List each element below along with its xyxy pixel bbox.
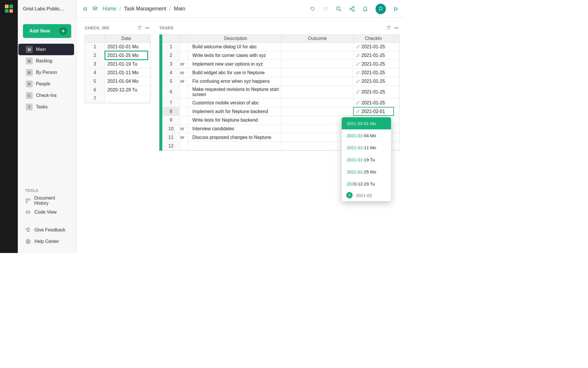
table-row[interactable]: 7Customize mobile version of abc2021-01-… xyxy=(163,99,399,107)
breadcrumb-doc[interactable]: Task Management xyxy=(124,6,166,12)
outcome-cell[interactable] xyxy=(282,107,353,116)
description-cell[interactable]: Build welcome dialog UI for abc xyxy=(188,43,282,51)
outcome-cell[interactable] xyxy=(282,60,353,68)
table-row[interactable]: 5erFix confusing error when xyz happens2… xyxy=(163,77,399,86)
checkin-cell[interactable]: 2021-01-25 xyxy=(353,60,394,68)
who-cell[interactable] xyxy=(180,107,188,116)
date-cell[interactable] xyxy=(105,94,148,103)
outcome-cell[interactable] xyxy=(282,68,353,77)
row-number[interactable]: 1 xyxy=(163,43,180,51)
date-cell[interactable]: 2021-01-11 Mo xyxy=(105,68,148,77)
table-row[interactable]: 42021-01-11 Mo xyxy=(85,68,150,77)
who-cell[interactable] xyxy=(180,86,188,98)
plus-icon[interactable]: + xyxy=(346,192,353,198)
checkin-cell[interactable]: 2021-01-25 xyxy=(353,43,394,51)
who-cell[interactable] xyxy=(180,116,188,124)
row-number[interactable]: 8 xyxy=(163,107,180,116)
table-row[interactable]: 52021-01-04 Mo xyxy=(85,77,150,86)
checkin-cell[interactable]: 2021-02-01 xyxy=(353,107,394,116)
dropdown-option[interactable]: 2020-12-29 Tu xyxy=(342,178,391,190)
checkin-cell[interactable]: 2021-01-25 xyxy=(353,68,394,77)
table-row[interactable]: 62020-12-29 Tu xyxy=(85,86,150,94)
tool-code-view[interactable]: Code View xyxy=(18,206,76,218)
description-cell[interactable]: Interview candidates xyxy=(188,124,282,133)
workspace-name[interactable]: Grist Labs Public... xyxy=(18,0,76,18)
outcome-column-header[interactable]: Outcome xyxy=(282,35,353,42)
table-row[interactable]: 22021-01-25 Mo xyxy=(85,51,150,60)
pages-icon[interactable] xyxy=(92,6,98,12)
description-column-header[interactable]: Description xyxy=(188,35,282,42)
row-number[interactable]: 5 xyxy=(85,77,105,85)
add-new-button[interactable]: Add New + xyxy=(23,24,71,38)
dropdown-option[interactable]: 2021-01-25 Mo xyxy=(342,166,391,178)
who-cell[interactable]: er xyxy=(180,60,188,68)
sidebar-item-by-person[interactable]: BBy Person xyxy=(18,67,76,78)
row-number[interactable]: 7 xyxy=(85,94,105,103)
who-cell[interactable]: er xyxy=(180,133,188,141)
row-number[interactable]: 1 xyxy=(85,43,105,51)
dropdown-option[interactable]: 2021-01-19 Tu xyxy=(342,154,391,166)
row-number[interactable]: 6 xyxy=(85,86,105,94)
tool-document-history[interactable]: Document History xyxy=(18,195,76,206)
table-row[interactable]: 12021-02-01 Mo xyxy=(85,43,150,51)
who-cell[interactable] xyxy=(180,51,188,60)
description-cell[interactable]: Build widget abc for use in Neptune xyxy=(188,68,282,77)
more-icon[interactable]: ••• xyxy=(145,26,150,30)
sidebar-item-tasks[interactable]: TTasks xyxy=(18,101,76,113)
share-icon[interactable] xyxy=(349,6,355,12)
description-cell[interactable]: Implement auth for Neptune backend xyxy=(188,107,282,116)
dropdown-option[interactable]: 2021-02-01 Mo xyxy=(342,117,391,129)
date-cell[interactable]: 2021-01-19 Tu xyxy=(105,60,148,68)
checkin-dropdown[interactable]: 2021-02-01 Mo2021-01-04 Mo2021-01-11 Mo2… xyxy=(342,117,391,201)
who-cell[interactable] xyxy=(180,43,188,51)
checkin-cell[interactable]: 2021-01-25 xyxy=(353,51,394,60)
outcome-cell[interactable] xyxy=(282,77,353,85)
checkin-cell[interactable]: 2021-01-25 xyxy=(353,99,394,107)
dropdown-search-value[interactable]: 2021-02 xyxy=(356,193,372,198)
date-cell[interactable]: 2020-12-29 Tu xyxy=(105,86,148,94)
who-cell[interactable]: er xyxy=(180,77,188,85)
sidebar-item-backlog[interactable]: BBacklog xyxy=(18,55,76,67)
dropdown-option[interactable]: 2021-01-04 Mo xyxy=(342,129,391,141)
who-column-header[interactable] xyxy=(180,35,188,42)
row-number[interactable]: 4 xyxy=(85,68,105,77)
checkin-cell[interactable]: 2021-01-25 xyxy=(353,77,394,85)
description-cell[interactable]: Discuss proposed changes to Neptune xyxy=(188,133,282,141)
description-cell[interactable]: Write tests for Neptune backend xyxy=(188,116,282,124)
app-logo[interactable] xyxy=(5,5,13,13)
row-number[interactable]: 7 xyxy=(163,99,180,107)
bell-icon[interactable] xyxy=(362,6,368,12)
search-icon[interactable] xyxy=(336,6,342,12)
table-row[interactable]: 2Write tests for corner cases with xyz20… xyxy=(163,51,399,60)
sidebar-item-check-ins[interactable]: CCheck-Ins xyxy=(18,90,76,101)
table-row[interactable]: 6Make requested revisions to Neptune sta… xyxy=(163,86,399,99)
description-cell[interactable]: Write tests for corner cases with xyz xyxy=(188,51,282,60)
row-number[interactable]: 2 xyxy=(85,51,105,60)
row-number[interactable]: 4 xyxy=(163,68,180,77)
table-row[interactable]: 7 xyxy=(85,94,150,103)
table-row[interactable]: 1Build welcome dialog UI for abc2021-01-… xyxy=(163,43,399,51)
who-cell[interactable]: er xyxy=(180,124,188,133)
collapse-sidebar-icon[interactable] xyxy=(83,7,88,11)
row-number[interactable]: 3 xyxy=(85,60,105,68)
breadcrumb-home[interactable]: Home xyxy=(102,6,116,12)
filter-icon[interactable] xyxy=(137,26,142,30)
description-cell[interactable]: Implement new user options in xyz xyxy=(188,60,282,68)
sidebar-item-people[interactable]: PPeople xyxy=(18,78,76,90)
tool-help-center[interactable]: Help Center xyxy=(18,236,76,247)
who-cell[interactable] xyxy=(180,142,188,150)
description-cell[interactable]: Make requested revisions to Neptune star… xyxy=(188,86,282,98)
row-number[interactable]: 6 xyxy=(163,86,180,98)
filter-icon[interactable] xyxy=(386,26,391,30)
more-icon[interactable]: ••• xyxy=(394,26,399,30)
row-number[interactable]: 10 xyxy=(163,124,180,133)
outcome-cell[interactable] xyxy=(282,51,353,60)
row-number[interactable]: 2 xyxy=(163,51,180,60)
breadcrumb-page[interactable]: Main xyxy=(174,6,185,12)
checkin-column-header[interactable]: CheckIn xyxy=(353,35,394,42)
row-number[interactable]: 3 xyxy=(163,60,180,68)
date-cell[interactable]: 2021-02-01 Mo xyxy=(105,43,148,51)
table-row[interactable]: 4erBuild widget abc for use in Neptune20… xyxy=(163,68,399,77)
date-cell[interactable]: 2021-01-25 Mo xyxy=(105,51,148,60)
row-number[interactable]: 12 xyxy=(163,142,180,150)
